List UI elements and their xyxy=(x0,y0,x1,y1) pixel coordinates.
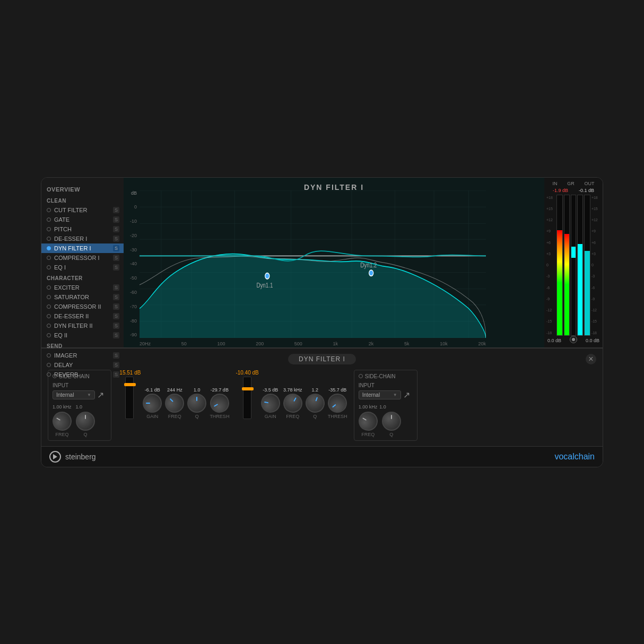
sidebar-item-eq-i[interactable]: EQ I S xyxy=(41,263,124,272)
main-layout: OVERVIEW CLEAN CUT FILTER S GATE S PITCH… xyxy=(41,178,603,347)
q-knob-left[interactable] xyxy=(76,412,95,431)
s-badge[interactable]: S xyxy=(113,323,119,329)
input-dropdown-right[interactable]: Internal ▼ xyxy=(359,390,401,399)
sidebar-item-exciter[interactable]: EXCITER S xyxy=(41,283,124,292)
dyn2-freq-knob[interactable] xyxy=(280,390,306,416)
s-badge[interactable]: S xyxy=(113,216,119,223)
item-label: COMPRESSOR II xyxy=(54,303,113,310)
gr-meter-bar xyxy=(571,195,576,336)
dyn1-thresh-label: THRESH xyxy=(210,414,229,419)
display-area: DYN FILTER I xyxy=(124,178,544,347)
freq-knob-right[interactable] xyxy=(355,408,381,434)
in-label: IN xyxy=(552,181,557,186)
freq-100: 100 xyxy=(217,341,225,346)
dyn1-gain-knob[interactable] xyxy=(143,394,162,413)
s-badge[interactable]: S xyxy=(113,371,119,378)
dyn2-fader-track[interactable] xyxy=(243,377,251,419)
out-meter-fill1 xyxy=(578,244,583,335)
sidebar-item-dyn-filter-i[interactable]: DYN FILTER I S xyxy=(41,243,124,253)
input-dropdown-left[interactable]: Internal ▼ xyxy=(53,390,95,399)
s-badge[interactable]: S xyxy=(113,226,119,232)
db-label-80: -80 xyxy=(124,318,138,324)
q-knob-right-group[interactable]: Q xyxy=(382,412,401,437)
q-knob-right[interactable] xyxy=(382,412,401,431)
rscale-15: +15 xyxy=(591,207,601,211)
s-badge[interactable]: S xyxy=(113,332,119,338)
dyn2-controls: -10.40 dB -3.5 dB GAIN 3.78 kHz xyxy=(236,370,347,419)
right-sidechain-section: SIDE-CHAIN INPUT Internal ▼ ↗ 1.00 kHz 1… xyxy=(354,370,417,441)
sidebar-item-saturator[interactable]: SATURATOR S xyxy=(41,292,124,302)
item-label: EQ II xyxy=(54,332,113,338)
db-label-10: -10 xyxy=(124,219,138,224)
dyn2-gain-knob[interactable] xyxy=(259,392,282,414)
dyn2-point[interactable] xyxy=(369,270,373,276)
sidebar-item-eq-ii[interactable]: EQ II S xyxy=(41,330,124,340)
sidebar-item-dyn-filter-ii[interactable]: DYN FILTER II S xyxy=(41,321,124,330)
freq-knob-left[interactable] xyxy=(49,408,75,434)
dyn1-freq-knob[interactable] xyxy=(161,389,188,416)
out-meter-fill2 xyxy=(585,251,590,335)
s-badge[interactable]: S xyxy=(113,236,119,242)
dyn1-fader-track[interactable] xyxy=(125,377,134,419)
freq-axis: 20Hz 50 100 200 500 1k 2k 5k 10k 20k xyxy=(140,341,486,346)
sidebar-item-reverb[interactable]: REVERB S xyxy=(41,370,124,379)
freq-knob-label-left: FREQ xyxy=(55,432,68,437)
db-scale-right: +18 +15 +12 +9 +6 +3 0 -3 -6 -9 -12 -15 … xyxy=(591,195,601,336)
s-badge[interactable]: S xyxy=(113,207,119,213)
dyn2-label: Dyn1.2 xyxy=(360,260,377,268)
sidebar-item-compressor-i[interactable]: COMPRESSOR I S xyxy=(41,253,124,263)
knobs-right-bottom: FREQ Q xyxy=(359,412,413,437)
vocalchain-logo: vocalchain xyxy=(554,452,595,462)
sidechain-route-button-right[interactable]: ↗ xyxy=(403,390,410,400)
dyn1-thresh-knob[interactable] xyxy=(206,390,232,416)
dyn1-fader-handle[interactable] xyxy=(124,383,136,386)
dyn2-thresh-knob[interactable] xyxy=(324,389,351,416)
sidebar-item-compressor-ii[interactable]: COMPRESSOR II S xyxy=(41,302,124,311)
freq-20k: 20k xyxy=(478,341,486,346)
s-badge[interactable]: S xyxy=(113,313,119,319)
in-meter-bar2 xyxy=(564,195,570,336)
freq-knob-left-group[interactable]: FREQ xyxy=(53,412,72,437)
play-icon xyxy=(52,454,58,460)
dyn2-fader-handle[interactable] xyxy=(242,387,254,390)
dyn2-thresh-group: -35.7 dB THRESH xyxy=(328,387,347,419)
spectrum-area[interactable]: DYN FILTER I xyxy=(124,178,544,347)
dot-icon xyxy=(47,265,51,269)
sidechain-route-button[interactable]: ↗ xyxy=(97,390,104,400)
freq-10k: 10k xyxy=(440,341,448,346)
bypass-button-in[interactable] xyxy=(570,336,577,343)
dyn1-q-knob[interactable] xyxy=(187,394,206,413)
controls-row: SIDE-CHAIN INPUT Internal ▼ ↗ 1.00 kHz xyxy=(48,370,596,441)
rscale-m9: -9 xyxy=(591,297,601,301)
scale-m12: -12 xyxy=(546,308,555,312)
s-badge[interactable]: S xyxy=(113,255,119,261)
s-badge[interactable]: S xyxy=(113,303,119,310)
sidebar-item-pitch[interactable]: PITCH S xyxy=(41,224,124,234)
dyn1-gain-val: -6.1 dB xyxy=(145,387,160,393)
db-label-30: -30 xyxy=(124,247,138,253)
sidebar-item-de-esser-ii[interactable]: DE-ESSER II S xyxy=(41,311,124,321)
item-label: DYN FILTER II xyxy=(54,323,113,329)
s-badge[interactable]: S xyxy=(113,284,119,291)
q-knob-left-group[interactable]: Q xyxy=(76,412,95,437)
dyn2-fader-value: -10.40 dB xyxy=(236,370,258,376)
s-badge[interactable]: S xyxy=(113,264,119,271)
freq-500: 500 xyxy=(294,341,302,346)
out-meter-bar1 xyxy=(577,195,584,336)
overview-label[interactable]: OVERVIEW xyxy=(41,182,124,195)
s-badge[interactable]: S xyxy=(113,245,119,251)
dot-icon xyxy=(47,237,51,241)
freq-display-left: 1.00 kHz xyxy=(53,404,72,410)
sidebar-item-gate[interactable]: GATE S xyxy=(41,215,124,224)
item-label: EQ I xyxy=(54,264,113,271)
close-button[interactable]: × xyxy=(586,354,596,364)
sidebar-item-cut-filter[interactable]: CUT FILTER S xyxy=(41,205,124,215)
freq-knob-right-group[interactable]: FREQ xyxy=(359,412,378,437)
dyn1-point[interactable] xyxy=(265,273,269,279)
sidebar-item-de-esser-i[interactable]: DE-ESSER I S xyxy=(41,234,124,243)
scale-m3: -3 xyxy=(546,274,555,278)
s-badge[interactable]: S xyxy=(113,294,119,300)
dyn2-freq-group: 3.78 kHz FREQ xyxy=(283,387,302,419)
dyn2-q-knob[interactable] xyxy=(303,390,327,415)
svg-marker-18 xyxy=(53,454,57,459)
